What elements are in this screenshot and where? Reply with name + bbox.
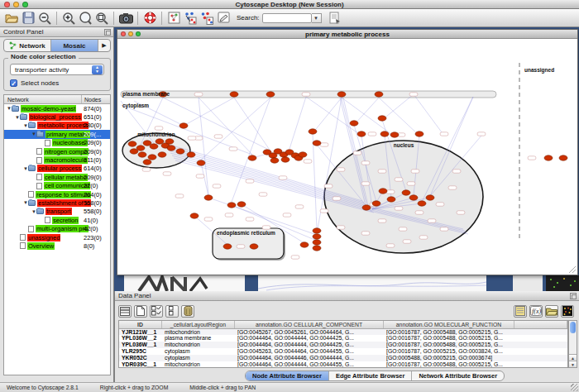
table-row[interactable]: YKR052Ccytoplasm[GO:0044464, GO:0044446,… <box>119 355 567 361</box>
unselect-attributes-button[interactable] <box>165 305 179 318</box>
table-cell[interactable]: [GO:0045263, GO:0044464, GO:0044455, G..… <box>235 348 384 355</box>
minimize-icon[interactable] <box>128 31 133 36</box>
tree-row[interactable]: ▼mosaic-demo-yeast874(0) <box>4 104 110 112</box>
scrollbar-thumb[interactable] <box>570 322 576 333</box>
network-node[interactable] <box>387 197 395 202</box>
table-cell[interactable]: YPL036W__2 <box>119 335 162 342</box>
notes-button[interactable] <box>514 305 527 318</box>
table-scrollbar[interactable]: ▲ ▼ <box>568 320 577 368</box>
matrix-button[interactable] <box>561 305 574 318</box>
search-config-button[interactable] <box>327 10 343 26</box>
network-node[interactable] <box>190 213 199 218</box>
network-node[interactable] <box>281 157 290 162</box>
zoom-window-icon[interactable] <box>22 2 28 7</box>
column-header[interactable]: annotation.GO MOLECULAR_FUNCTION <box>384 321 514 328</box>
tab-network-attribute-browser[interactable]: Network Attribute Browser <box>412 371 504 380</box>
network-node[interactable] <box>372 201 380 206</box>
network-node[interactable] <box>313 240 321 245</box>
network-window-controls[interactable] <box>121 31 141 36</box>
tree-row[interactable]: secretion41(0) <box>4 216 110 224</box>
network-node[interactable] <box>379 189 387 194</box>
window-resize-grip[interactable] <box>569 266 576 273</box>
network-node[interactable] <box>313 234 321 239</box>
close-window-icon[interactable] <box>4 2 10 7</box>
network-node[interactable] <box>230 92 238 97</box>
table-cell[interactable]: [GO:0044464, GO:0044444, GO:0044455, G..… <box>235 361 384 368</box>
tree-row[interactable]: macromolecule311(0) <box>4 155 110 164</box>
table-cell[interactable]: YJR121W__1 <box>119 329 162 336</box>
table-cell[interactable]: YPL036W__1 <box>119 342 162 348</box>
network-node[interactable] <box>204 195 213 200</box>
search-input[interactable] <box>262 13 312 23</box>
network-canvas[interactable]: plasma membranecytoplasmmitochondrionnuc… <box>117 39 577 275</box>
network-node[interactable] <box>165 139 174 144</box>
network-node[interactable] <box>143 160 151 165</box>
network-window-titlebar[interactable]: primary metabolic process <box>117 30 577 39</box>
float-panel-icon[interactable] <box>104 29 111 36</box>
minimize-window-icon[interactable] <box>13 2 19 7</box>
network-node[interactable] <box>375 92 383 97</box>
tree-row[interactable]: ▼transport558(0) <box>4 208 110 216</box>
maximize-icon[interactable] <box>136 31 141 36</box>
network-node[interactable] <box>237 202 246 207</box>
tree-row[interactable]: ▼establishment of lo558(0) <box>4 198 110 207</box>
network-node[interactable] <box>138 152 146 157</box>
column-header[interactable]: _cellularLayoutRegion <box>162 321 235 328</box>
network-node[interactable] <box>313 141 321 146</box>
table-cell[interactable]: YKR052C <box>119 355 162 361</box>
tab-edge-attribute-browser[interactable]: Edge Attribute Browser <box>329 371 412 380</box>
network-node[interactable] <box>300 242 309 247</box>
network-node[interactable] <box>426 195 434 200</box>
select-attributes-button[interactable] <box>150 305 163 318</box>
network-node[interactable] <box>362 205 371 210</box>
network-node[interactable] <box>223 244 232 249</box>
resize-grip[interactable] <box>571 384 578 391</box>
close-icon[interactable] <box>121 31 126 36</box>
column-header[interactable]: annotation.GO CELLULAR_COMPONENT <box>235 321 384 328</box>
network-node[interactable] <box>350 121 358 126</box>
zoom-fit-button[interactable] <box>93 10 110 26</box>
network-node[interactable] <box>248 155 256 160</box>
table-cell[interactable]: [GO:0016787, GO:0005488, GO:0005215, G..… <box>384 361 514 368</box>
tab-node-attribute-browser[interactable]: Node Attribute Browser <box>246 371 329 380</box>
save-button[interactable] <box>20 10 36 26</box>
import-folder-button[interactable] <box>545 305 558 318</box>
attribute-table-header[interactable]: ID_cellularLayoutRegionannotation.GO CEL… <box>119 321 567 329</box>
background-window[interactable] <box>513 275 543 291</box>
network-node[interactable] <box>150 144 158 149</box>
tree-row[interactable]: nitrogen compo209(0) <box>4 147 110 155</box>
table-cell[interactable]: [GO:0044464, GO:0044444, GO:0044425, G..… <box>235 342 384 348</box>
tree-row[interactable]: ▼biological_process651(0) <box>4 112 110 121</box>
zoom-selected-button[interactable] <box>77 10 93 26</box>
scroll-up-icon[interactable]: ▲ <box>569 354 577 361</box>
table-cell[interactable]: [GO:0016787, GO:0005488, GO:0005215, G..… <box>384 335 514 342</box>
network-node[interactable] <box>313 246 321 251</box>
tree-column-network[interactable]: Network <box>4 95 82 103</box>
network-node[interactable] <box>380 131 389 136</box>
new-attribute-button[interactable] <box>134 305 147 318</box>
network-node[interactable] <box>390 132 399 137</box>
background-window[interactable] <box>258 275 486 291</box>
help-lifering-button[interactable] <box>141 10 158 26</box>
window-controls[interactable] <box>4 2 28 7</box>
tree-row[interactable]: ▼cellular process614(0) <box>4 165 110 173</box>
network-node[interactable] <box>130 149 138 154</box>
table-cell[interactable]: mitochondrion <box>162 342 235 348</box>
network-node[interactable] <box>187 152 195 157</box>
network-node[interactable] <box>128 141 136 146</box>
network-node[interactable] <box>313 228 321 233</box>
network-node[interactable] <box>559 155 567 160</box>
scroll-down-icon[interactable]: ▼ <box>569 361 577 367</box>
network-node[interactable] <box>167 146 175 151</box>
delete-attribute-button[interactable] <box>181 305 194 318</box>
tab-network[interactable]: Network <box>4 40 51 51</box>
table-cell[interactable]: [GO:0044464, GO:0044444, GO:0044425, G..… <box>235 335 384 342</box>
table-cell[interactable]: [GO:0044464, GO:0044446, GO:0044444, G..… <box>235 355 384 361</box>
table-cell[interactable]: [GO:0045267, GO:0045261, GO:0044464, G..… <box>235 329 384 336</box>
table-row[interactable]: YPL036W__2plasma membrane[GO:0044464, GO… <box>119 335 567 342</box>
filter-network-button[interactable] <box>199 10 215 26</box>
table-cell[interactable]: [GO:0016787, GO:0005488, GO:0005215, G..… <box>384 329 514 336</box>
network-node[interactable] <box>402 190 410 195</box>
network-node[interactable] <box>250 244 258 249</box>
table-cell[interactable]: plasma membrane <box>162 335 235 342</box>
